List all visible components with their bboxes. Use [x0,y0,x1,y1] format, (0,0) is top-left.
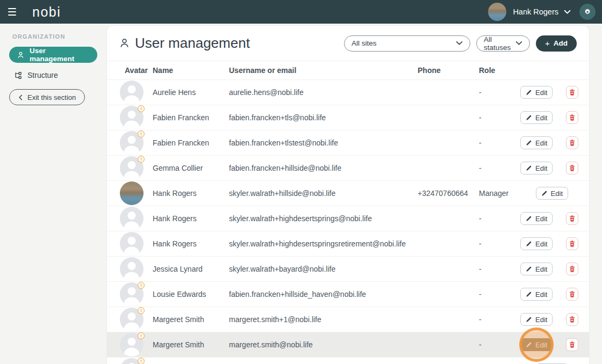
delete-button[interactable] [566,136,578,149]
warning-badge-icon: ! [138,105,145,112]
chevron-down-icon [515,41,522,46]
topbar: nobi Hank Rogers [0,0,602,24]
user-name-cell: Fabien Francken [153,139,229,147]
table-row: ! Margeret Smith margeret.smith@nobi.lif… [107,332,589,358]
trash-icon [569,215,576,222]
trash-icon [569,240,576,247]
avatar: ! [120,333,144,356]
warning-badge-icon: ! [138,156,145,163]
delete-button[interactable] [566,212,578,225]
page-title: User management [135,35,250,52]
delete-button[interactable] [566,338,578,351]
avatar: ! [120,358,144,364]
edit-button[interactable]: Edit [520,237,553,250]
edit-button[interactable]: Edit [520,212,553,225]
table-row: ! Fabien Francken fabien.francken+tlstes… [107,130,589,156]
user-name-label: Hank Rogers [513,8,558,16]
statuses-filter-value: All statuses [484,35,515,52]
exit-section-label: Exit this section [27,93,76,101]
edit-button-label: Edit [535,164,547,172]
edit-button[interactable]: Edit [520,263,553,275]
sites-filter-dropdown[interactable]: All sites [344,35,470,52]
table-row: ! Margeret Smith margeret.smith+1@nobi.l… [107,307,589,332]
sidebar-item-label: Structure [27,71,58,79]
delete-button[interactable] [566,313,578,326]
delete-button[interactable] [566,162,578,174]
user-role-cell: - [479,315,520,324]
table-row: ! Lousie Edwards fabien.francken+hillsid… [107,282,589,307]
person-icon [17,51,25,59]
app-logo[interactable]: nobi [32,4,61,20]
user-name-cell: Gemma Collier [153,164,229,172]
avatar [120,232,144,256]
user-email-cell: fabien.francken+tlstest@nobi.life [229,139,418,147]
delete-button[interactable] [566,86,578,99]
edit-button[interactable]: Edit [520,162,553,174]
delete-button[interactable] [566,237,578,250]
edit-button-label: Edit [535,114,547,122]
avatar [120,81,144,104]
table-row: Hank Rogers skyler.walrath+hillside@nobi… [107,181,589,206]
chevron-left-icon [18,94,23,100]
user-name-cell: Fabien Francken [153,113,229,122]
column-header-phone: Phone [418,66,479,75]
avatar [120,181,144,205]
user-role-cell: - [479,290,520,299]
table-row: Hank Rogers skyler.walrath+highdesertspr… [107,206,589,231]
edit-button[interactable]: Edit [520,136,553,149]
pencil-icon [541,190,548,196]
avatar: ! [120,106,144,129]
edit-button[interactable]: Edit [520,338,553,351]
pencil-icon [526,316,532,323]
user-management-icon [119,38,130,49]
user-avatar[interactable] [488,3,506,21]
sites-filter-value: All sites [352,39,377,47]
user-email-cell: margeret.smith+1@nobi.life [229,315,418,324]
warning-badge-icon: ! [138,358,145,364]
user-email-cell: skyler.walrath+hillside@nobi.life [229,189,418,198]
edit-button[interactable]: Edit [520,86,553,99]
delete-button[interactable] [566,111,578,124]
edit-button[interactable]: Edit [520,288,553,301]
user-role-cell: - [479,239,520,248]
warning-badge-icon: ! [138,307,145,314]
person-silhouette-icon [120,81,144,104]
edit-button-label: Edit [535,240,547,248]
settings-button[interactable] [579,4,596,20]
sidebar-item-structure[interactable]: Structure [9,69,97,82]
column-header-role: Role [479,66,520,75]
edit-button[interactable]: Edit [520,313,553,326]
user-menu-button[interactable]: Hank Rogers [513,8,571,16]
gear-icon [583,8,592,16]
warning-badge-icon: ! [138,332,145,339]
delete-button[interactable] [566,288,578,301]
user-name-cell: Aurelie Hens [153,88,229,97]
edit-button[interactable]: Edit [536,187,568,200]
exit-section-button[interactable]: Exit this section [9,89,85,105]
user-role-cell: - [479,113,520,122]
user-email-cell: fabien.francken+hillside_haven@nobi.life [229,290,418,299]
avatar [120,257,144,281]
statuses-filter-dropdown[interactable]: All statuses [476,35,530,52]
trash-icon [569,89,576,96]
edit-button[interactable]: Edit [520,111,553,124]
add-user-button[interactable]: + Add [536,35,577,52]
plus-icon: + [545,39,550,48]
user-role-cell: - [479,214,520,223]
user-email-cell: fabien.francken+tls@nobi.life [229,113,418,122]
menu-icon[interactable] [8,8,19,16]
user-email-cell: fabien.francken+hillside@nobi.life [229,164,418,172]
column-header-avatar: Avatar [120,66,153,75]
avatar: ! [120,282,144,306]
app-window: nobi Hank Rogers ORGANIZATION [0,0,602,364]
user-phone-cell: +32470760664 [418,189,479,198]
avatar: ! [120,308,144,331]
person-silhouette-icon [120,257,144,281]
sidebar-item-user-management[interactable]: User management [9,47,97,63]
user-name-cell: Hank Rogers [153,189,229,198]
table-row: ! Fabien Francken fabien.francken+tls@no… [107,105,589,130]
table-row: ! Gemma Collier fabien.francken+hillside… [107,156,589,181]
edit-button-label: Edit [535,265,547,273]
delete-button[interactable] [566,263,578,275]
person-silhouette-icon [120,232,144,256]
